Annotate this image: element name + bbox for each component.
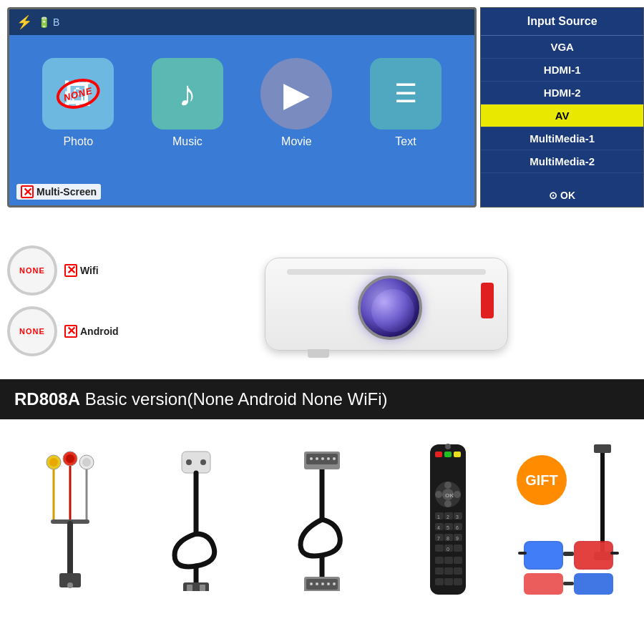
svg-rect-88 bbox=[575, 542, 612, 568]
projector-screen: ⚡ 🔋 B 🖼 NONE Photo ♪ Music ▶ Movie bbox=[7, 7, 477, 208]
vga-cable-svg bbox=[293, 448, 351, 591]
svg-text:9: 9 bbox=[456, 536, 459, 541]
none-overlay: 🖼 NONE bbox=[42, 58, 114, 130]
input-source-hdmi2[interactable]: HDMI-2 bbox=[481, 82, 643, 104]
photo-label: Photo bbox=[63, 135, 93, 148]
input-source-multimedia1[interactable]: MultiMedia-1 bbox=[481, 127, 643, 150]
svg-rect-77 bbox=[444, 578, 453, 585]
projector-lens-inner bbox=[371, 289, 414, 332]
svg-text:0: 0 bbox=[447, 547, 449, 552]
screen-top-bar: ⚡ 🔋 B bbox=[9, 9, 474, 35]
svg-point-24 bbox=[316, 457, 318, 460]
svg-text:OK: OK bbox=[445, 492, 454, 499]
none-text-wifi: NONE bbox=[19, 266, 45, 275]
svg-point-34 bbox=[321, 582, 324, 585]
screen-icon-text: ☰ Text bbox=[363, 58, 449, 148]
svg-point-79 bbox=[445, 444, 451, 449]
svg-rect-85 bbox=[525, 542, 562, 568]
usb-icon: ⚡ bbox=[16, 14, 32, 30]
android-badge-row: NONE ✕ Android bbox=[7, 306, 122, 356]
text-icon-box: ☰ bbox=[370, 58, 441, 130]
none-circle-android: NONE bbox=[7, 306, 57, 356]
svg-rect-91 bbox=[524, 573, 563, 595]
vga-cable-item bbox=[265, 434, 379, 605]
svg-text:8: 8 bbox=[447, 536, 449, 541]
battery-icon: 🔋 B bbox=[38, 16, 59, 28]
svg-point-12 bbox=[67, 582, 73, 588]
power-cable-item bbox=[139, 434, 253, 605]
svg-rect-40 bbox=[454, 452, 461, 457]
none-text-android: NONE bbox=[19, 327, 45, 336]
input-source-av[interactable]: AV bbox=[481, 104, 643, 127]
projector-feet bbox=[308, 349, 329, 358]
x-icon-wifi: ✕ bbox=[64, 264, 77, 277]
screen-icon-photo: 🖼 NONE Photo bbox=[35, 58, 121, 148]
input-source-ok[interactable]: ⊙ OK bbox=[481, 184, 643, 207]
music-label: Music bbox=[172, 135, 203, 148]
svg-rect-76 bbox=[435, 578, 444, 585]
svg-rect-72 bbox=[454, 557, 462, 564]
svg-point-35 bbox=[327, 582, 330, 585]
gift-badge: GIFT bbox=[517, 455, 567, 505]
accessories-section: OK 1 2 3 4 5 6 7 8 9 0 bbox=[0, 419, 644, 620]
svg-rect-70 bbox=[435, 557, 444, 564]
svg-point-36 bbox=[333, 582, 336, 585]
input-source-vga[interactable]: VGA bbox=[481, 36, 643, 59]
svg-text:1: 1 bbox=[437, 514, 440, 519]
svg-point-27 bbox=[333, 457, 336, 460]
svg-point-3 bbox=[66, 454, 74, 463]
svg-text:6: 6 bbox=[456, 525, 459, 530]
movie-icon-box: ▶ bbox=[260, 58, 332, 130]
svg-rect-39 bbox=[444, 452, 452, 457]
svg-point-26 bbox=[327, 457, 330, 460]
svg-rect-90 bbox=[610, 552, 619, 555]
title-banner: RD808A Basic version(None Android None W… bbox=[0, 379, 644, 419]
svg-point-5 bbox=[82, 458, 91, 467]
svg-text:7: 7 bbox=[437, 536, 440, 541]
svg-point-15 bbox=[200, 459, 206, 465]
wifi-badge-row: NONE ✕ Wifi bbox=[7, 245, 122, 296]
input-source-multimedia2[interactable]: MultiMedia-2 bbox=[481, 150, 643, 173]
badges-container: NONE ✕ Wifi NONE ✕ Android bbox=[7, 245, 122, 356]
svg-rect-89 bbox=[518, 552, 527, 555]
svg-rect-92 bbox=[574, 573, 613, 595]
svg-rect-71 bbox=[444, 557, 453, 564]
multiscreen-text: Multi-Screen bbox=[36, 186, 97, 197]
top-section: ⚡ 🔋 B 🖼 NONE Photo ♪ Music ▶ Movie bbox=[0, 0, 644, 222]
svg-point-1 bbox=[49, 458, 58, 467]
power-cable-svg bbox=[167, 448, 225, 591]
svg-rect-20 bbox=[200, 585, 205, 591]
input-source-title: Input Source bbox=[481, 8, 643, 36]
projector-image bbox=[136, 229, 637, 372]
svg-point-23 bbox=[310, 457, 313, 460]
svg-rect-74 bbox=[444, 567, 453, 575]
svg-rect-57 bbox=[435, 545, 444, 552]
svg-text:4: 4 bbox=[437, 525, 440, 530]
projector-red-strip bbox=[481, 283, 494, 318]
svg-point-32 bbox=[310, 582, 313, 585]
title-subtitle: (None Android None WiFi) bbox=[187, 389, 387, 409]
music-icon-box: ♪ bbox=[152, 58, 223, 130]
screen-icons-row: 🖼 NONE Photo ♪ Music ▶ Movie ☰ Text bbox=[9, 35, 474, 164]
svg-rect-86 bbox=[563, 552, 574, 556]
svg-text:2: 2 bbox=[447, 514, 449, 519]
svg-point-33 bbox=[316, 582, 318, 585]
svg-point-42 bbox=[444, 482, 452, 489]
input-source-hdmi1[interactable]: HDMI-1 bbox=[481, 59, 643, 82]
svg-rect-75 bbox=[454, 567, 462, 575]
screen-icon-movie: ▶ Movie bbox=[253, 58, 339, 148]
svg-text:5: 5 bbox=[447, 525, 449, 530]
middle-section: NONE ✕ Wifi NONE ✕ Android bbox=[0, 222, 644, 379]
input-source-panel: Input Source VGA HDMI-1 HDMI-2 AV MultiM… bbox=[480, 7, 644, 208]
svg-point-25 bbox=[321, 457, 324, 460]
android-label: ✕ Android bbox=[64, 325, 119, 338]
title-banner-text: RD808A Basic version(None Android None W… bbox=[14, 389, 388, 409]
svg-rect-78 bbox=[454, 578, 462, 585]
svg-rect-93 bbox=[563, 582, 574, 585]
multiscreen-label: ✕ Multi-Screen bbox=[16, 184, 101, 200]
hdmi-gift-item: GIFT bbox=[517, 441, 631, 598]
none-circle-wifi: NONE bbox=[7, 245, 57, 296]
svg-rect-59 bbox=[454, 545, 462, 552]
svg-rect-38 bbox=[435, 452, 442, 457]
remote-svg: OK 1 2 3 4 5 6 7 8 9 0 bbox=[416, 441, 480, 598]
